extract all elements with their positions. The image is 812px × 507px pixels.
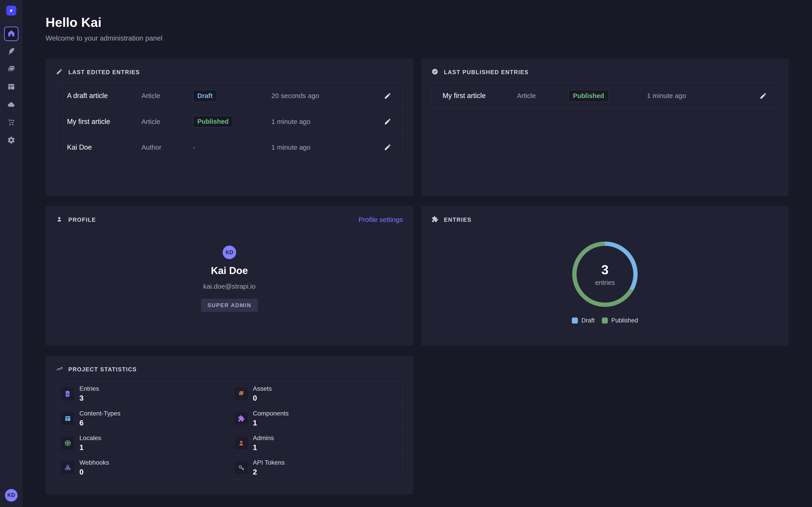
edit-entry-button[interactable]	[384, 118, 391, 125]
entry-time: 1 minute ago	[271, 118, 382, 125]
sidebar-item-deploy[interactable]	[4, 98, 18, 112]
stat-webhooks: Webhooks 0	[56, 455, 230, 480]
status-badge: Published	[568, 90, 609, 102]
sidebar-item-content-type-builder[interactable]	[4, 80, 18, 95]
table-row[interactable]: Kai Doe Author - 1 minute ago	[56, 134, 403, 160]
card-title: PROFILE	[68, 217, 96, 223]
stat-label: Components	[253, 410, 289, 417]
entry-time: 20 seconds ago	[271, 92, 382, 100]
stats-table: Entries 3 Assets 0	[56, 381, 403, 480]
cloud-icon	[7, 101, 15, 110]
gear-icon	[7, 136, 15, 145]
page-subtitle: Welcome to your administration panel	[46, 34, 789, 42]
stat-label: Admins	[253, 435, 274, 442]
dashboard-grid: LAST EDITED ENTRIES A draft article Arti…	[46, 58, 789, 494]
donut-legend: Draft Published	[572, 317, 638, 324]
last-published-table: My first article Article Published 1 min…	[432, 83, 778, 109]
legend-item-draft: Draft	[572, 317, 595, 324]
edit-entry-button[interactable]	[384, 92, 391, 100]
webhook-icon	[61, 461, 74, 474]
trending-up-icon	[56, 365, 63, 373]
stat-value: 0	[80, 468, 109, 476]
card-title: LAST EDITED ENTRIES	[68, 69, 140, 75]
last-published-card: LAST PUBLISHED ENTRIES My first article …	[421, 58, 789, 196]
strapi-logo-icon[interactable]	[6, 6, 16, 15]
puzzle-icon	[432, 216, 438, 224]
entry-type: Article	[141, 92, 193, 100]
donut-label: entries	[595, 279, 615, 286]
stat-value: 0	[253, 394, 272, 402]
images-icon	[235, 387, 248, 400]
donut-value: 3	[601, 262, 609, 277]
last-edited-header: LAST EDITED ENTRIES	[56, 58, 403, 76]
sidebar-footer: KD	[0, 483, 22, 507]
table-row[interactable]: My first article Article Published 1 min…	[432, 83, 778, 109]
role-badge: SUPER ADMIN	[201, 299, 258, 312]
published-swatch	[602, 318, 608, 324]
entry-type: Author	[141, 144, 193, 151]
sidebar-item-media-library[interactable]	[4, 62, 18, 76]
logo-area	[0, 0, 22, 21]
stat-label: Content-Types	[80, 410, 120, 417]
stat-entries: Entries 3	[56, 382, 230, 406]
entry-title: A draft article	[67, 92, 141, 100]
stat-label: Entries	[80, 385, 99, 392]
entry-title: My first article	[67, 118, 141, 126]
entries-body: 3 entries Draft Published	[432, 224, 778, 324]
sidebar-item-marketplace[interactable]	[4, 116, 18, 130]
table-row[interactable]: A draft article Article Draft 20 seconds…	[56, 83, 403, 109]
user-icon	[235, 437, 248, 450]
puzzle-icon	[235, 412, 248, 425]
stat-value: 2	[253, 468, 285, 476]
stat-admins: Admins 1	[230, 431, 403, 455]
stat-value: 6	[80, 419, 120, 427]
pencil-icon	[56, 68, 63, 76]
table-row[interactable]: My first article Article Published 1 min…	[56, 109, 403, 134]
status-badge: Draft	[193, 90, 217, 102]
stat-value: 1	[80, 443, 101, 452]
profile-email: kai.doe@strapi.io	[203, 283, 256, 290]
entry-type: Article	[141, 118, 193, 125]
edit-entry-button[interactable]	[384, 144, 391, 151]
key-icon	[235, 461, 248, 474]
entries-header: ENTRIES	[432, 206, 778, 224]
profile-avatar: KD	[222, 245, 236, 259]
last-edited-table: A draft article Article Draft 20 seconds…	[56, 83, 403, 160]
home-icon	[7, 29, 15, 38]
profile-settings-link[interactable]: Profile settings	[358, 216, 403, 224]
check-circle-icon	[432, 68, 438, 76]
sidebar-item-home[interactable]	[4, 26, 18, 41]
globe-icon	[61, 437, 74, 450]
file-icon	[61, 387, 74, 400]
stat-label: Webhooks	[80, 459, 109, 466]
legend-label: Published	[611, 317, 638, 324]
stat-label: API Tokens	[253, 459, 285, 466]
project-statistics-card: PROJECT STATISTICS Entries 3	[46, 355, 413, 494]
feather-icon	[7, 47, 15, 56]
draft-swatch	[572, 318, 578, 324]
sidebar-nav	[0, 21, 22, 148]
strapi-admin-dashboard: KD Hello Kai Welcome to your administrat…	[0, 0, 812, 507]
card-title: PROJECT STATISTICS	[68, 366, 137, 373]
layout-icon	[61, 412, 74, 425]
sidebar-item-content-manager[interactable]	[4, 44, 18, 59]
stat-value: 1	[253, 419, 289, 427]
user-avatar[interactable]: KD	[5, 489, 17, 502]
sidebar: KD	[0, 0, 22, 507]
layout-icon	[7, 83, 15, 92]
status-badge: Published	[193, 116, 233, 127]
entries-card: ENTRIES 3 entries Draft	[421, 206, 789, 346]
images-icon	[7, 65, 15, 74]
page-title: Hello Kai	[46, 16, 789, 29]
statistics-header: PROJECT STATISTICS	[56, 355, 403, 373]
sidebar-item-settings[interactable]	[4, 133, 18, 148]
stat-components: Components 1	[230, 406, 403, 431]
edit-entry-button[interactable]	[759, 92, 767, 100]
entry-title: Kai Doe	[67, 143, 141, 152]
stat-assets: Assets 0	[230, 382, 403, 406]
card-title: ENTRIES	[444, 217, 471, 223]
status-empty: -	[193, 144, 271, 151]
last-edited-card: LAST EDITED ENTRIES A draft article Arti…	[46, 58, 413, 196]
profile-header: PROFILE Profile settings	[56, 206, 403, 224]
entry-time: 1 minute ago	[647, 92, 757, 100]
